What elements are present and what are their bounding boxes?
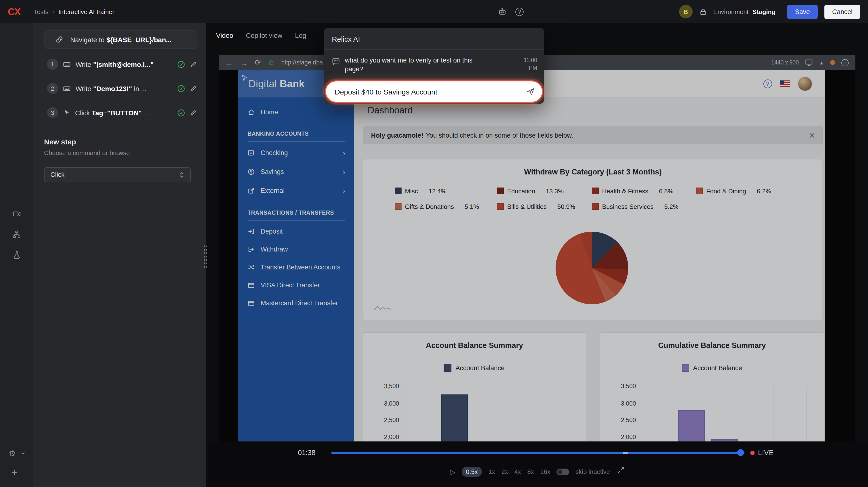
save-button[interactable]: Save <box>787 5 817 19</box>
step-row-2[interactable]: 2 Write "Demo123!" in ... <box>47 83 197 94</box>
alert-close-icon[interactable]: × <box>809 131 815 140</box>
edit-step-icon[interactable] <box>190 109 197 116</box>
bank-help-icon[interactable]: ? <box>764 79 772 88</box>
robot-icon[interactable] <box>498 7 507 16</box>
bank-nav-visa-transfer[interactable]: VISA Direct Transfer <box>248 276 345 294</box>
step-row-3[interactable]: 3 Click Tag="BUTTON" ... <box>47 107 197 118</box>
bank-nav-external[interactable]: External › <box>248 181 345 200</box>
remote-cursor-icon <box>241 74 248 82</box>
page-title: Dashboard <box>368 105 413 116</box>
legend-swatch <box>696 187 703 194</box>
speed-16x[interactable]: 16x <box>540 468 551 475</box>
topbar-center-icons: ? <box>498 0 524 23</box>
video-viewport: Digital Bank Home BANKING ACCOUNTS <box>219 70 856 442</box>
chevron-right-icon: › <box>343 168 345 176</box>
bank-nav-mastercard-transfer[interactable]: Mastercard Direct Transfer <box>248 294 345 312</box>
legend-swatch <box>592 187 599 194</box>
speed-1x[interactable]: 1x <box>489 468 495 475</box>
chevron-right-icon: › <box>343 149 345 157</box>
edit-step-icon[interactable] <box>190 85 197 92</box>
legend-value: 6.8% <box>659 187 673 194</box>
y-tick: 3,500 <box>609 383 636 390</box>
live-dot-icon <box>750 451 755 455</box>
cancel-button[interactable]: Cancel <box>825 5 860 19</box>
resolution-label: 1440 x 900 <box>771 60 799 65</box>
flow-icon[interactable] <box>12 230 21 238</box>
seek-handle[interactable] <box>737 449 744 456</box>
app-logo[interactable]: CX <box>8 6 20 17</box>
monitor-icon[interactable] <box>805 59 813 66</box>
bank-nav-label: Deposit <box>260 228 283 235</box>
skip-inactive-label[interactable]: skip inactive <box>576 468 610 475</box>
dollar-circle-icon <box>248 168 255 175</box>
panel-resize-handle[interactable] <box>204 245 208 268</box>
step-number: 2 <box>47 83 58 94</box>
tab-copilot-view[interactable]: Copilot view <box>246 30 282 41</box>
flask-icon[interactable] <box>12 250 21 259</box>
tab-video[interactable]: Video <box>216 30 233 41</box>
bank-sidebar: Home BANKING ACCOUNTS Checking › <box>238 97 354 442</box>
chevron-down-icon[interactable] <box>21 451 26 456</box>
speed-0-5x[interactable]: 0.5x <box>462 467 482 477</box>
legend-label: Bills & Utilities <box>507 203 547 210</box>
send-icon[interactable] <box>526 87 535 97</box>
assistant-input-value: Deposit $40 to Savings Account <box>335 88 437 96</box>
bar-cumulative-balance <box>711 439 738 442</box>
play-icon[interactable]: ▷ <box>450 468 455 476</box>
edit-step-icon[interactable] <box>190 61 197 68</box>
navigate-step[interactable]: Navigate to ${BASE_URL}/ban... <box>44 30 197 49</box>
skip-inactive-toggle[interactable] <box>557 468 569 475</box>
alert-bold-text: Holy guacamole! <box>371 132 423 139</box>
bank-nav-home[interactable]: Home <box>248 103 345 121</box>
live-label[interactable]: LIVE <box>758 449 774 456</box>
speed-8x[interactable]: 8x <box>527 468 534 475</box>
video-camera-icon[interactable] <box>12 210 21 218</box>
keyboard-icon <box>63 85 71 92</box>
sparkline-icon[interactable] <box>374 304 392 311</box>
external-link-icon <box>248 187 255 194</box>
tab-log[interactable]: Log <box>295 30 306 41</box>
breadcrumb-tests[interactable]: Tests <box>34 8 49 15</box>
bank-nav-checking[interactable]: Checking › <box>248 144 345 162</box>
y-tick: 2,500 <box>372 417 399 424</box>
alert-text: You should check in on some of those fie… <box>426 132 573 139</box>
seek-bar[interactable] <box>331 452 744 454</box>
speed-2x[interactable]: 2x <box>501 468 508 475</box>
bank-brand-light: Digital <box>248 78 277 90</box>
back-icon[interactable]: ← <box>226 58 233 67</box>
cumulative-balance-card: Cumulative Balance Summary Account Balan… <box>600 332 825 442</box>
reload-icon[interactable]: ⟳ <box>255 58 261 67</box>
speed-4x[interactable]: 4x <box>515 468 521 475</box>
forward-icon[interactable]: → <box>240 58 248 67</box>
bank-content: Dashboard Holy guacamole! You should che… <box>354 97 825 442</box>
chrome-right-cluster: 1440 x 900 ▲ i <box>771 59 848 66</box>
assistant-input[interactable]: Deposit $40 to Savings Account <box>325 81 543 103</box>
us-flag-icon[interactable] <box>780 80 790 87</box>
legend-item: Misc 12.4% <box>395 187 446 195</box>
command-select[interactable]: Click <box>44 167 191 182</box>
info-icon[interactable]: i <box>841 59 848 66</box>
bank-nav-savings[interactable]: Savings › <box>248 162 345 181</box>
url-text[interactable]: http://stage.dba <box>281 59 323 66</box>
bar-chart-legend: Account Balance <box>600 364 824 372</box>
bank-nav-withdraw[interactable]: Withdraw <box>248 240 345 258</box>
bank-user-avatar[interactable] <box>798 76 812 91</box>
bar-chart-title: Cumulative Balance Summary <box>600 341 824 350</box>
user-avatar[interactable]: B <box>679 5 692 19</box>
bank-nav-transfer[interactable]: Transfer Between Accounts <box>248 258 345 276</box>
bank-nav-label: Home <box>260 109 278 116</box>
pointer-triangle-icon[interactable]: ▲ <box>819 60 824 65</box>
legend-swatch <box>592 203 599 210</box>
bank-nav-deposit[interactable]: Deposit <box>248 222 345 240</box>
add-icon[interactable]: + <box>11 467 17 478</box>
help-icon[interactable]: ? <box>516 7 524 16</box>
fullscreen-icon[interactable] <box>617 467 624 474</box>
legend-value: 6.2% <box>757 187 771 194</box>
environment-value[interactable]: Staging <box>752 8 775 15</box>
step-success-icon <box>177 85 185 92</box>
assistant-message-row: what do you want me to verify or test on… <box>324 50 544 79</box>
chevron-right-icon: › <box>343 187 345 195</box>
step-row-1[interactable]: 1 Write "jsmith@demo.i..." <box>47 59 197 70</box>
select-chevrons-icon <box>179 171 185 178</box>
gear-icon[interactable]: ⚙ <box>9 449 16 458</box>
